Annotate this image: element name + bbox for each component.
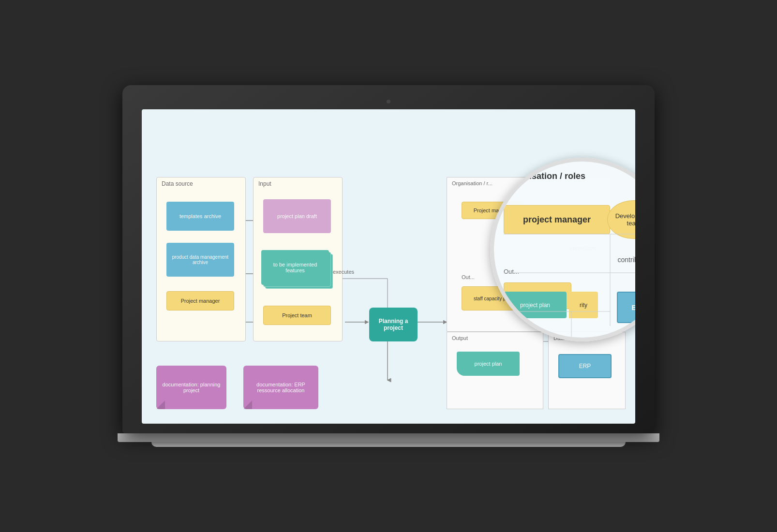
project-plan-output-box: project plan — [457, 352, 520, 376]
org-roles-label: Organisation / r... — [452, 180, 493, 186]
magnifier-overlay: Organisation / roles project manager Dev… — [490, 158, 635, 341]
project-team-box: Project team — [263, 306, 331, 325]
mag-security: rity — [569, 292, 598, 318]
project-plan-draft-box: project plan draft — [263, 199, 331, 233]
camera-dot — [387, 100, 390, 103]
output-section: Output project plan — [447, 332, 543, 409]
to-be-implemented-stack: to be implemented features — [261, 250, 333, 289]
data-sink-section: Data sink ERP — [548, 332, 626, 409]
planning-project-box: Planning a project — [369, 308, 418, 341]
mag-project-manager: project manager — [504, 205, 610, 234]
input-section: Input project plan draft to be implement… — [253, 177, 343, 341]
mag-out-label: Out... — [504, 268, 519, 275]
erp-box: ERP — [558, 354, 612, 378]
input-label: Input — [258, 180, 271, 187]
screen-bezel: Data source templates archive product da… — [122, 85, 655, 433]
magnifier-content: Organisation / roles project manager Dev… — [494, 162, 635, 338]
output-sublabel: Out... — [462, 274, 475, 280]
data-source-label: Data source — [162, 180, 193, 187]
output-label: Output — [452, 335, 468, 341]
laptop-base — [118, 433, 659, 442]
mag-contributes: contributes — [618, 256, 635, 264]
laptop-foot — [151, 442, 626, 447]
mag-project-plan: project plan — [504, 292, 567, 318]
documentation-planning-box: documentation: planning project — [156, 366, 226, 409]
documentation-erp-box: documentation: ERP ressource allocation — [243, 366, 318, 409]
executes-label: executes — [333, 269, 354, 275]
magnifier-handle — [624, 339, 635, 341]
data-source-section: Data source templates archive product da… — [156, 177, 246, 341]
product-data-box: product data management archive — [166, 243, 234, 277]
project-manager-box: Project manager — [166, 291, 234, 310]
mag-dev-team: Development team — [607, 200, 635, 239]
screen: Data source templates archive product da… — [142, 109, 635, 424]
templates-archive-box: templates archive — [166, 202, 234, 231]
laptop: Data source templates archive product da… — [122, 85, 655, 447]
mag-erp: ERP — [617, 292, 635, 323]
mag-org-title: Organisation / roles — [504, 171, 635, 181]
